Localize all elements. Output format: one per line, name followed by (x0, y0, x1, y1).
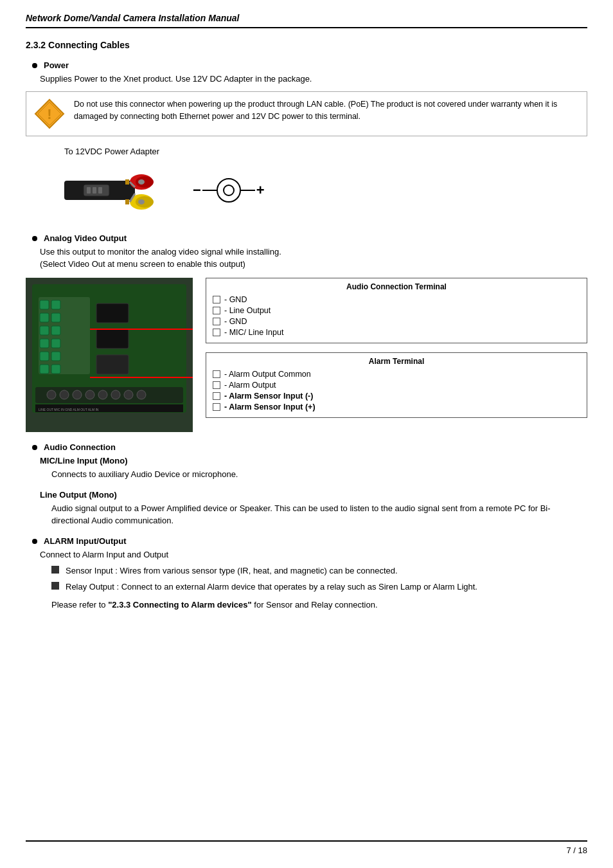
analog-video-label: Analog Video Output (44, 233, 127, 243)
svg-rect-32 (51, 365, 60, 374)
alarm-desc: Connect to Alarm Input and Output (40, 550, 587, 559)
svg-point-37 (47, 390, 56, 399)
warning-text: Do not use this connector when powering … (74, 98, 579, 123)
alarm-list-item-0: Sensor Input : Wires from various sensor… (51, 565, 587, 577)
bullet-dot-3 (32, 445, 37, 450)
terminal-sq-1 (213, 307, 220, 314)
mic-line-desc: Connects to auxiliary Audio Device or mi… (51, 468, 587, 481)
svg-point-40 (85, 390, 94, 399)
svg-point-39 (73, 390, 82, 399)
alarm-item-text-1: Relay Output : Connect to an external Al… (66, 581, 477, 593)
terminal-sq-2 (213, 318, 220, 325)
warning-icon: ! (34, 98, 65, 129)
svg-point-44 (137, 390, 146, 399)
bullet-dot-4 (32, 539, 37, 544)
alarm-sq-3 (213, 403, 220, 411)
svg-rect-35 (96, 355, 129, 374)
svg-rect-24 (40, 339, 49, 348)
svg-rect-30 (51, 339, 60, 348)
svg-text:!: ! (47, 106, 51, 122)
terminal-labels: Audio Connection Terminal - GND - Line O… (206, 278, 587, 418)
refer-text: Please refer to "2.3.3 Connecting to Ala… (51, 599, 587, 611)
section-heading: 2.3.2 Connecting Cables (26, 40, 587, 50)
analog-video-bullet: Analog Video Output (32, 233, 587, 243)
mic-line-heading: MIC/Line Input (Mono) (40, 456, 587, 466)
alarm-item-text-0: Sensor Input : Wires from various sensor… (66, 565, 398, 577)
terminal-sq-0 (213, 296, 220, 303)
sq-bullet-1 (51, 582, 59, 590)
warning-box: ! Do not use this connector when powerin… (26, 91, 587, 136)
svg-point-42 (111, 390, 120, 399)
audio-connection-bullet: Audio Connection (32, 442, 587, 452)
alarm-row-3: - Alarm Sensor Input (+) (213, 402, 580, 411)
alarm-sq-1 (213, 381, 220, 389)
audio-row-3: - MIC/ Line Input (213, 328, 580, 337)
analog-desc-1: Use this output to monitor the analog vi… (40, 247, 587, 257)
alarm-label: ALARM Input/Output (44, 536, 127, 546)
manual-title: Network Dome/Vandal Camera Installation … (26, 13, 239, 23)
svg-point-17 (138, 179, 145, 185)
footer: 7 / 18 (26, 840, 587, 855)
dc-symbol: − + (193, 178, 265, 203)
audio-terminal-box: Audio Connection Terminal - GND - Line O… (206, 278, 587, 343)
terminal-sq-3 (213, 329, 220, 336)
svg-rect-23 (40, 326, 49, 335)
audio-terminal-title: Audio Connection Terminal (213, 282, 580, 291)
audio-row-0: - GND (213, 295, 580, 304)
svg-rect-27 (51, 300, 60, 309)
alarm-sq-2 (213, 392, 220, 400)
svg-rect-21 (40, 300, 49, 309)
alarm-row-2: - Alarm Sensor Input (-) (213, 392, 580, 401)
power-bullet: Power (32, 60, 587, 70)
board-image: LINE OUT MIC IN GND ALM OUT ALM IN (26, 278, 193, 432)
svg-rect-14 (93, 187, 96, 194)
alarm-row-0: - Alarm Output Common (213, 370, 580, 379)
svg-rect-31 (51, 352, 60, 361)
alarm-bullet: ALARM Input/Output (32, 536, 587, 546)
line-output-section: Line Output (Mono) Audio signal output t… (40, 490, 587, 527)
svg-point-16 (138, 199, 145, 204)
alarm-row-1: - Alarm Output (213, 381, 580, 390)
mic-line-section: MIC/Line Input (Mono) Connects to auxili… (40, 456, 587, 481)
svg-rect-9 (125, 199, 129, 204)
adapter-label: To 12VDC Power Adapter (64, 147, 587, 156)
svg-point-38 (60, 390, 69, 399)
page-header: Network Dome/Vandal Camera Installation … (26, 13, 587, 28)
svg-rect-13 (87, 187, 91, 194)
svg-point-41 (98, 390, 107, 399)
audio-row-1: - Line Output (213, 306, 580, 315)
alarm-list-item-1: Relay Output : Connect to an external Al… (51, 581, 587, 593)
svg-text:LINE OUT   MIC IN    GND    AL: LINE OUT MIC IN GND ALM OUT ALM IN (39, 408, 99, 411)
line-output-desc: Audio signal output to a Power Amplified… (51, 502, 587, 527)
alarm-terminal-title: Alarm Terminal (213, 357, 580, 366)
power-description: Supplies Power to the Xnet product. Use … (40, 74, 587, 84)
alarm-sq-0 (213, 370, 220, 378)
svg-point-43 (124, 390, 133, 399)
svg-rect-26 (40, 365, 49, 374)
line-output-heading: Line Output (Mono) (40, 490, 587, 500)
diagram-row: LINE OUT MIC IN GND ALM OUT ALM IN Audio… (26, 278, 587, 432)
svg-rect-36 (35, 387, 183, 403)
cable-image (64, 161, 173, 219)
bullet-dot (32, 63, 37, 68)
svg-rect-33 (96, 303, 129, 323)
svg-rect-25 (40, 352, 49, 361)
audio-row-2: - GND (213, 317, 580, 326)
svg-rect-22 (40, 313, 49, 322)
alarm-list: Sensor Input : Wires from various sensor… (51, 565, 587, 593)
audio-connection-label: Audio Connection (44, 442, 116, 452)
power-label: Power (44, 60, 69, 70)
svg-rect-34 (96, 329, 129, 348)
power-image-row: − + (64, 161, 587, 219)
analog-desc-2: (Select Video Out at menu screen to enab… (40, 259, 587, 269)
bullet-dot-2 (32, 236, 37, 241)
svg-rect-15 (98, 187, 102, 194)
alarm-terminal-box: Alarm Terminal - Alarm Output Common - A… (206, 352, 587, 418)
svg-rect-29 (51, 326, 60, 335)
svg-rect-8 (125, 179, 129, 185)
page-number: 7 / 18 (566, 845, 587, 855)
sq-bullet-0 (51, 566, 59, 574)
svg-rect-28 (51, 313, 60, 322)
